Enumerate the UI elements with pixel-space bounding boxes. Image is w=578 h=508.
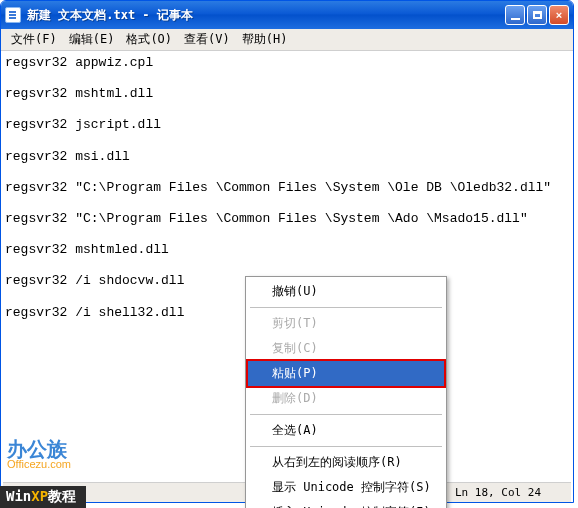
text-line	[5, 164, 569, 180]
context-menu: 撤销(U) 剪切(T) 复制(C) 粘贴(P) 删除(D) 全选(A) 从右到左…	[245, 276, 447, 508]
text-line: regsvr32 mshtml.dll	[5, 86, 569, 102]
menu-format[interactable]: 格式(O)	[120, 29, 178, 50]
cm-rtl[interactable]: 从右到左的阅读顺序(R)	[248, 450, 444, 475]
cm-insert-unicode[interactable]: 插入 Unicode 控制字符(I)	[248, 500, 444, 508]
text-line: regsvr32 "C:\Program Files \Common Files…	[5, 180, 569, 196]
text-line: regsvr32 appwiz.cpl	[5, 55, 569, 71]
text-line	[5, 71, 569, 87]
watermark-prefix: Win	[6, 488, 31, 504]
watermark-xp: XP	[31, 488, 48, 504]
text-line	[5, 258, 569, 274]
menubar: 文件(F) 编辑(E) 格式(O) 查看(V) 帮助(H)	[1, 29, 573, 51]
close-button[interactable]: ×	[549, 5, 569, 25]
watermark-suffix: 教程	[48, 488, 76, 504]
cm-cut[interactable]: 剪切(T)	[248, 311, 444, 336]
text-line: regsvr32 msi.dll	[5, 149, 569, 165]
cm-undo[interactable]: 撤销(U)	[248, 279, 444, 304]
menu-help[interactable]: 帮助(H)	[236, 29, 294, 50]
text-line: regsvr32 jscript.dll	[5, 117, 569, 133]
titlebar[interactable]: 新建 文本文档.txt - 记事本 ×	[1, 1, 573, 29]
cm-separator	[250, 446, 442, 447]
watermark-tag: WinXP教程	[0, 486, 86, 508]
cm-show-unicode[interactable]: 显示 Unicode 控制字符(S)	[248, 475, 444, 500]
menu-view[interactable]: 查看(V)	[178, 29, 236, 50]
menu-edit[interactable]: 编辑(E)	[63, 29, 121, 50]
menu-file[interactable]: 文件(F)	[5, 29, 63, 50]
watermark-logo: 办公族 Officezu.com	[7, 439, 71, 470]
text-line	[5, 227, 569, 243]
cm-copy[interactable]: 复制(C)	[248, 336, 444, 361]
maximize-button[interactable]	[527, 5, 547, 25]
cm-separator	[250, 307, 442, 308]
cm-paste[interactable]: 粘贴(P)	[248, 361, 444, 386]
text-line	[5, 102, 569, 118]
text-line: regsvr32 mshtmled.dll	[5, 242, 569, 258]
minimize-button[interactable]	[505, 5, 525, 25]
notepad-icon	[5, 7, 21, 23]
cm-select-all[interactable]: 全选(A)	[248, 418, 444, 443]
watermark-site: 办公族	[7, 438, 67, 460]
text-line	[5, 195, 569, 211]
cursor-position: Ln 18, Col 24	[444, 483, 551, 502]
watermark-site-sub: Officezu.com	[7, 459, 71, 470]
window-title: 新建 文本文档.txt - 记事本	[27, 7, 505, 24]
text-line	[5, 133, 569, 149]
cm-delete[interactable]: 删除(D)	[248, 386, 444, 411]
cm-separator	[250, 414, 442, 415]
window-controls: ×	[505, 5, 569, 25]
text-line: regsvr32 "C:\Program Files \Common Files…	[5, 211, 569, 227]
